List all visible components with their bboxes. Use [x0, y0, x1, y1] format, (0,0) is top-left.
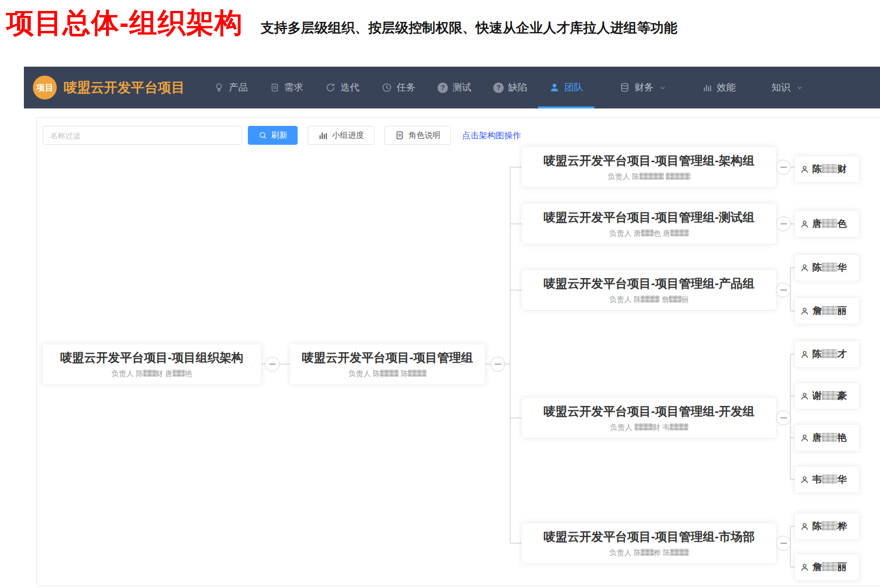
collapse-toggle[interactable] — [776, 410, 791, 425]
nav-item-需求[interactable]: 需求 — [259, 67, 314, 108]
org-group-node[interactable]: 唛盟云开发平台项目-项目管理组-架构组 负责人 陈 — [522, 147, 776, 188]
member-card[interactable]: 詹丽 — [794, 554, 860, 581]
bulb-icon — [214, 82, 224, 93]
blurred-text — [822, 164, 837, 173]
person-icon — [800, 475, 809, 485]
blurred-text — [822, 349, 837, 358]
org-node-title: 唛盟云开发平台项目-项目组织架构 — [60, 350, 243, 366]
connector-line — [510, 543, 522, 544]
collapse-toggle[interactable] — [490, 357, 505, 372]
role-desc-button[interactable]: 角色说明 — [384, 126, 451, 145]
org-node-title: 唛盟云开发平台项目-项目管理组-产品组 — [544, 276, 755, 292]
refresh-button[interactable]: 刷新 — [248, 126, 298, 145]
member-card[interactable]: 陈桦 — [794, 513, 860, 540]
member-name: 陈桦 — [812, 520, 847, 533]
blurred-text — [669, 295, 681, 302]
member-card[interactable]: 詹丽 — [794, 297, 860, 324]
collapse-toggle[interactable] — [776, 283, 791, 297]
blurred-text — [670, 229, 689, 236]
top-navbar: 项目 唛盟云开发平台项目 产品需求迭代任务?测试?缺陷团队财务效能知识 — [24, 67, 880, 108]
bar-chart-icon — [318, 130, 328, 140]
collapse-toggle[interactable] — [776, 216, 791, 231]
connector-line — [790, 267, 794, 268]
org-node-title: 唛盟云开发平台项目-项目管理组-架构组 — [544, 153, 755, 169]
member-card[interactable]: 陈华 — [794, 254, 860, 281]
blurred-text — [822, 263, 837, 271]
nav-item-缺陷[interactable]: ?缺陷 — [482, 67, 538, 108]
nav-item-团队[interactable]: 团队 — [538, 67, 594, 108]
toolbar: 刷新 小组进度 角色说明 点击架构图操作 — [43, 126, 521, 145]
org-group-node[interactable]: 唛盟云开发平台项目-项目管理组-产品组 负责人 陈 詹丽 — [522, 270, 776, 310]
nav-item-测试[interactable]: ?测试 — [427, 67, 482, 108]
owner-label: 负责人 — [609, 229, 632, 237]
owner-label: 负责人 — [609, 548, 632, 557]
iteration-icon — [325, 82, 336, 93]
member-card[interactable]: 唐艳 — [794, 424, 860, 451]
nav-item-任务[interactable]: 任务 — [370, 67, 427, 108]
blurred-text — [641, 229, 654, 236]
connector-line — [790, 395, 794, 396]
person-icon — [800, 165, 809, 174]
blurred-text — [666, 173, 690, 180]
document-icon — [270, 83, 280, 93]
nav-item-label: 缺陷 — [508, 81, 527, 94]
person-icon — [800, 522, 809, 531]
owner-label: 负责人 — [608, 172, 630, 181]
owner-label: 负责人 — [610, 423, 632, 431]
question-circle-icon: ? — [493, 83, 504, 93]
member-name: 陈华 — [812, 261, 847, 274]
group-progress-label: 小组进度 — [332, 130, 364, 141]
blurred-text — [641, 295, 660, 302]
filter-input[interactable] — [43, 126, 242, 145]
nav-item-迭代[interactable]: 迭代 — [314, 67, 370, 108]
clock-icon — [381, 82, 392, 93]
navbar-menu: 产品需求迭代任务?测试?缺陷团队财务效能知识 — [203, 67, 814, 108]
member-card[interactable]: 陈才 — [794, 341, 860, 368]
org-node-owner: 负责人 唐色 唐 — [609, 229, 689, 238]
nav-item-效能[interactable]: 效能 — [691, 67, 747, 108]
member-name: 韦华 — [812, 473, 847, 486]
org-group-node[interactable]: 唛盟云开发平台项目-项目管理组-开发组 负责人 财 韦 — [522, 397, 776, 438]
chart-hint-link[interactable]: 点击架构图操作 — [462, 130, 521, 141]
person-icon — [800, 306, 809, 316]
nav-item-财务[interactable]: 财务 — [608, 67, 677, 108]
blurred-text — [670, 549, 689, 556]
nav-item-知识[interactable]: 知识 — [761, 67, 814, 108]
blurred-text — [822, 306, 837, 314]
member-name: 詹丽 — [812, 304, 847, 317]
nav-item-产品[interactable]: 产品 — [203, 67, 259, 108]
member-card[interactable]: 谢豪 — [794, 383, 860, 409]
nav-item-label: 财务 — [635, 81, 654, 94]
person-icon — [800, 392, 809, 401]
org-management-node[interactable]: 唛盟云开发平台项目-项目管理组 负责人 陈 陈 — [290, 344, 485, 385]
project-logo[interactable]: 项目 — [33, 76, 57, 99]
member-card[interactable]: 陈财 — [794, 156, 860, 183]
role-desc-label: 角色说明 — [409, 130, 440, 141]
blurred-text — [408, 370, 427, 377]
page: 项目总体-组织架构 支持多层级组织、按层级控制权限、快速从企业人才库拉人进组等功… — [0, 0, 880, 588]
org-node-owner: 负责人 陈 陈 — [348, 369, 427, 379]
group-progress-button[interactable]: 小组进度 — [308, 126, 374, 145]
member-name: 唐色 — [812, 217, 847, 230]
member-name: 唐艳 — [812, 431, 847, 444]
blurred-text — [822, 219, 837, 227]
question-circle-icon: ? — [438, 83, 448, 93]
connector-line — [790, 437, 794, 438]
person-icon — [800, 263, 809, 273]
page-subtitle: 支持多层级组织、按层级控制权限、快速从企业人才库拉人进组等功能 — [261, 19, 677, 37]
member-card[interactable]: 唐色 — [794, 210, 860, 237]
connector-line — [510, 290, 522, 291]
member-name: 谢豪 — [812, 390, 847, 402]
nav-item-label: 效能 — [717, 81, 736, 94]
member-card[interactable]: 韦华 — [794, 466, 860, 493]
org-root-node[interactable]: 唛盟云开发平台项目-项目组织架构 负责人 陈财 唐艳 — [42, 344, 261, 385]
nav-item-label: 任务 — [397, 81, 416, 94]
collapse-toggle[interactable] — [776, 160, 791, 175]
org-group-node[interactable]: 唛盟云开发平台项目-项目管理组-市场部 负责人 陈桦 陈 — [522, 523, 776, 564]
project-title: 唛盟云开发平台项目 — [64, 79, 185, 97]
org-group-node[interactable]: 唛盟云开发平台项目-项目管理组-测试组 负责人 唐色 唐 — [522, 203, 776, 244]
collapse-toggle[interactable] — [265, 357, 280, 372]
blurred-text — [822, 475, 837, 483]
connector-line — [790, 354, 794, 355]
collapse-toggle[interactable] — [776, 536, 791, 551]
